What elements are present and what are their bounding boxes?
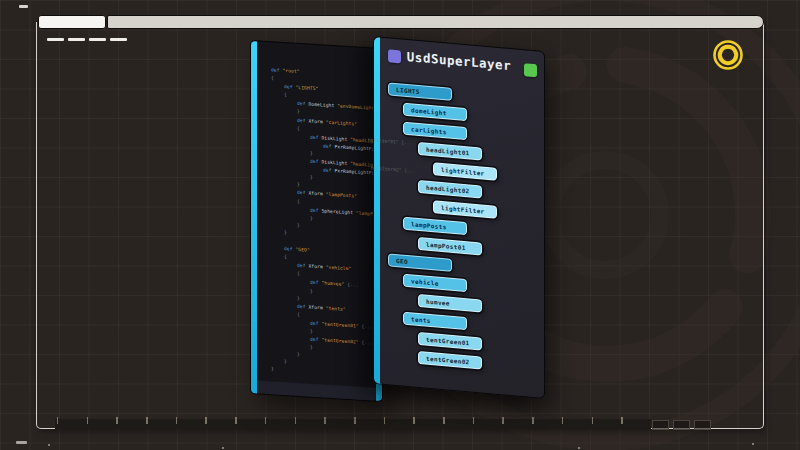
ruler-ticks xyxy=(57,417,649,424)
browser-address-bar[interactable] xyxy=(107,15,764,29)
tree-node-lightFilter[interactable]: lightFilter xyxy=(433,162,497,181)
stage: def "root"{def "LIGHTS"{def DomeLight "e… xyxy=(0,0,800,450)
tree-node-domeLight[interactable]: domeLight xyxy=(403,103,467,122)
browser-tab[interactable] xyxy=(38,15,106,29)
tree-node-headLight01[interactable]: headLight01 xyxy=(418,142,482,161)
usd-tree: LIGHTSdomeLightcarLightsheadLight01light… xyxy=(374,81,544,381)
grid-dot xyxy=(48,444,50,446)
panel-title: UsdSuperLayer xyxy=(374,46,544,76)
grid-dot xyxy=(222,447,224,449)
tree-node-tentGreen01[interactable]: tentGreen01 xyxy=(418,332,482,351)
ruler-end-squares xyxy=(652,420,711,430)
tree-node-lampPosts[interactable]: lampPosts xyxy=(403,217,467,236)
usd-superlayer-panel: UsdSuperLayer LIGHTSdomeLightcarLightshe… xyxy=(373,36,545,399)
ruler xyxy=(55,419,651,429)
tree-node-LIGHTS[interactable]: LIGHTS xyxy=(388,82,452,101)
tree-node-lightFilter[interactable]: lightFilter xyxy=(433,200,497,219)
tree-node-GEO[interactable]: GEO xyxy=(388,253,452,272)
grid-dot xyxy=(578,447,580,449)
tree-node-lampPost01[interactable]: lampPost01 xyxy=(418,237,482,256)
tree-node-humvee[interactable]: humvee xyxy=(418,294,482,313)
pinwheel-logo-icon xyxy=(710,37,746,73)
tree-node-headLight02[interactable]: headLight02 xyxy=(418,180,482,199)
bottom-dash xyxy=(16,441,27,444)
corner-dash xyxy=(19,5,28,8)
menu-dashes xyxy=(47,38,127,41)
code-panel: def "root"{def "LIGHTS"{def DomeLight "e… xyxy=(250,40,383,402)
tree-node-carLights[interactable]: carLights xyxy=(403,122,467,141)
code-lines: def "root"{def "LIGHTS"{def DomeLight "e… xyxy=(257,65,379,386)
tree-node-vehicle[interactable]: vehicle xyxy=(403,274,467,293)
tree-node-tents[interactable]: tents xyxy=(403,312,467,331)
tree-node-tentGreen02[interactable]: tentGreen02 xyxy=(418,351,482,370)
grid-dot xyxy=(752,443,754,445)
